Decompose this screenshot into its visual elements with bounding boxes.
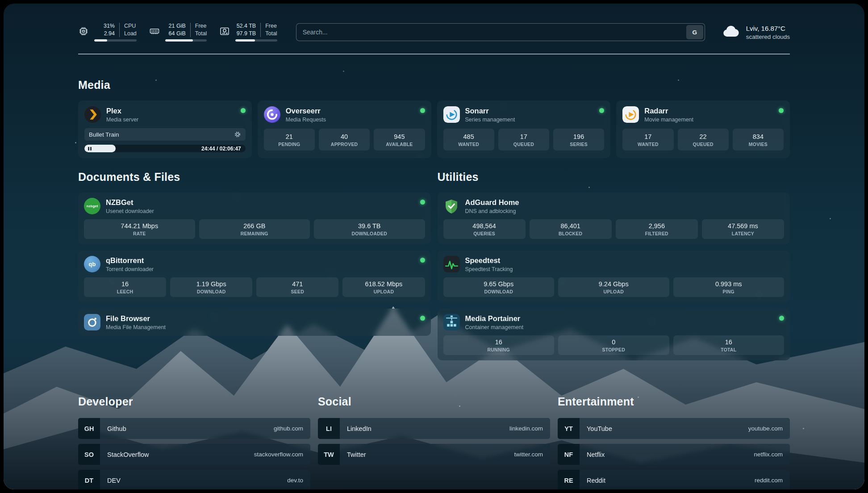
disk-total-label: Total [265,30,277,37]
status-dot [779,108,784,113]
radarr-card[interactable]: Radarr Movie management 17WANTED 22QUEUE… [616,100,790,158]
bookmark-twitter[interactable]: TW Twitter twitter.com [318,444,550,465]
stat-filtered: 2,956FILTERED [616,219,698,239]
cpu-stat: 31% 2.94 CPU Load [78,23,137,42]
weather-location: Lviv, 16.87°C [746,25,790,32]
linkedin-icon: LI [318,418,340,439]
social-bookmarks: Social LI LinkedIn linkedin.com TW Twitt… [318,395,550,489]
bookmark-reddit[interactable]: RE Reddit reddit.com [558,470,790,489]
bookmark-github[interactable]: GH Github github.com [78,418,310,439]
filebrowser-card[interactable]: File Browser Media File Management [78,309,431,336]
divider [260,23,261,37]
disk-icon [219,26,230,38]
ram-free-label: Free [195,23,207,29]
bookmark-netflix[interactable]: NF Netflix netflix.com [558,444,790,465]
status-dot [599,108,604,113]
section-title-developer: Developer [78,395,310,408]
pause-icon [88,147,89,150]
speedtest-card[interactable]: Speedtest Speedtest Tracking 9.65 GbpsDO… [438,251,790,302]
app-subtitle: Usenet downloader [106,208,154,214]
plex-card[interactable]: Plex Media server Bullet Train [78,100,252,158]
stat-ping: 0.993 msPING [673,277,785,297]
app-name: Overseerr [286,107,326,115]
cpu-load-label: Load [124,30,137,37]
section-title-documents: Documents & Files [78,171,431,184]
search-bar: G [296,23,705,41]
app-name: AdGuard Home [465,198,519,207]
media-grid: Plex Media server Bullet Train [78,100,790,158]
disk-free-label: Free [265,23,277,29]
search-engine-button[interactable]: G [686,25,703,39]
stat-stopped: 0STOPPED [558,335,669,355]
bookmark-youtube[interactable]: YT YouTube youtube.com [558,418,790,439]
stat-remaining: 266 GBREMAINING [199,219,310,239]
header-divider [78,54,790,54]
bookmark-linkedin[interactable]: LI LinkedIn linkedin.com [318,418,550,439]
status-dot [779,316,784,321]
radarr-icon [622,106,639,123]
stat-download: 1.19 GbpsDOWNLOAD [170,277,252,297]
section-title-utilities: Utilities [438,171,790,184]
app-name: Plex [106,107,138,115]
filebrowser-icon [84,314,100,330]
playback-progress-bar[interactable]: 24:44 / 02:06:47 [84,145,246,152]
search-input[interactable] [303,29,686,36]
stat-queries: 498,564QUERIES [443,219,526,239]
status-dot [420,200,425,205]
reddit-icon: RE [558,470,580,489]
portainer-card[interactable]: Media Portainer Container management 16R… [438,309,790,360]
stat-queued: 22QUEUED [678,129,729,150]
stat-queued: 17QUEUED [498,129,549,150]
stat-seed: 471SEED [256,277,338,297]
divider [190,23,191,37]
status-dot [420,316,425,321]
youtube-icon: YT [558,418,580,439]
now-playing-row: Bullet Train [84,128,246,141]
top-bar: 31% 2.94 CPU Load [78,21,790,43]
sonarr-icon [443,106,460,123]
dev-icon: DT [78,470,100,489]
disk-progress-bar [235,39,277,42]
app-subtitle: Media File Management [106,324,166,330]
adguard-card[interactable]: AdGuard Home DNS and adblocking 498,564Q… [438,192,790,244]
dashboard-screen: 31% 2.94 CPU Load [4,4,864,489]
overseerr-card[interactable]: Overseerr Media Requests 21PENDING 40APP… [258,100,431,158]
stat-rate: 744.21 MbpsRATE [84,219,195,239]
stat-upload: 9.24 GbpsUPLOAD [558,277,669,297]
entertainment-bookmarks: Entertainment YT YouTube youtube.com NF … [558,395,790,489]
documents-column: Documents & Files nzbget NZBGet Usenet d… [78,171,431,360]
stat-download: 9.65 GbpsDOWNLOAD [443,277,555,297]
github-icon: GH [78,418,100,439]
speedtest-icon [443,256,460,272]
overseerr-icon [264,106,280,123]
stat-approved: 40APPROVED [319,129,370,150]
developer-bookmarks: Developer GH Github github.com SO StackO… [78,395,310,489]
status-dot [420,258,425,263]
app-name: File Browser [106,314,166,323]
gear-icon[interactable] [234,131,241,138]
bookmark-stackoverflow[interactable]: SO StackOverflow stackoverflow.com [78,444,310,465]
stat-wanted: 485WANTED [443,129,494,150]
ram-progress-bar [165,39,207,42]
cpu-usage-label: CPU [124,23,137,29]
pause-button[interactable] [84,145,116,152]
cloud-icon [721,21,741,43]
snow-particles [4,4,5,5]
cpu-progress-bar [94,39,137,42]
stat-wanted: 17WANTED [622,129,673,150]
stat-total: 16TOTAL [673,335,785,355]
sonarr-card[interactable]: Sonarr Series management 485WANTED 17QUE… [437,100,611,158]
app-subtitle: Container management [465,324,524,330]
cpu-icon [78,26,89,38]
bookmark-dev[interactable]: DT DEV dev.to [78,470,310,489]
nzbget-card[interactable]: nzbget NZBGet Usenet downloader 744.21 M… [78,192,431,244]
app-name: Radarr [644,107,693,115]
ram-total-value: 64 GiB [169,30,186,37]
stat-downloaded: 39.6 TBDOWNLOADED [314,219,425,239]
portainer-icon [443,314,460,330]
qbittorrent-card[interactable]: qb qBittorrent Torrent downloader 16LEEC… [78,251,431,302]
section-title-social: Social [318,395,550,408]
stat-available: 945AVAILABLE [374,129,425,150]
stat-series: 196SERIES [553,129,604,150]
app-name: Speedtest [465,256,513,265]
